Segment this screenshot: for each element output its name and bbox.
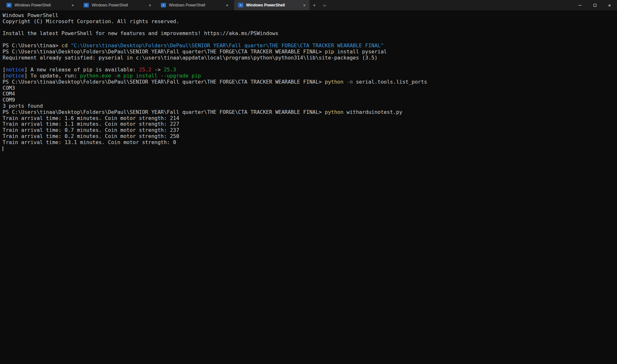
terminal-line [3,25,614,31]
tab-windows-powershell[interactable]: > Windows PowerShell × [80,0,155,10]
terminal-line [3,61,614,67]
new-tab-button[interactable]: + [309,0,319,10]
powershell-icon: > [238,3,243,7]
powershell-icon: > [161,3,166,7]
tab-windows-powershell[interactable]: > Windows PowerShell × [234,0,309,10]
terminal-line: Train arrival time: 1.6 minutes. Coin mo… [3,115,614,122]
tab-title: Windows PowerShell [92,3,144,7]
title-bar: > Windows PowerShell × > Windows PowerSh… [0,0,617,10]
minimize-button[interactable] [573,0,587,10]
tab-title: Windows PowerShell [14,3,67,7]
terminal-line: COM9 [3,97,614,103]
close-icon: × [608,3,611,8]
terminal-line: 3 ports found [3,103,614,109]
terminal-line: Train arrival time: 13.1 minutes. Coin m… [3,140,614,146]
close-window-button[interactable]: × [602,0,617,10]
tab-dropdown-button[interactable] [319,0,329,10]
terminal-line: PS C:\Users\tinaa\Desktop\Folders\DePaul… [3,109,614,115]
tab-close-icon[interactable]: × [301,2,308,8]
terminal-line: Train arrival time: 1.1 minutes. Coin mo… [3,121,614,127]
terminal-cursor-line [3,146,614,152]
terminal-line: COM4 [3,91,614,97]
tab-strip: > Windows PowerShell × > Windows PowerSh… [0,0,309,10]
terminal-line: Install the latest PowerShell for new fe… [3,31,614,37]
tab-title: Windows PowerShell [246,3,298,7]
tab-windows-powershell[interactable]: > Windows PowerShell × [3,0,78,10]
titlebar-drag-region [329,0,573,10]
powershell-icon: > [6,3,12,7]
tab-close-icon[interactable]: × [224,2,230,8]
tab-close-icon[interactable]: × [69,2,76,8]
terminal-line: COM3 [3,85,614,91]
terminal-cursor [3,146,3,151]
chevron-down-icon [323,3,326,6]
terminal-line: Train arrival time: 0.2 minutes. Coin mo… [3,133,614,140]
terminal-line: [notice] A new release of pip is availab… [3,67,614,73]
terminal-line: Copyright (C) Microsoft Corporation. All… [3,19,614,25]
terminal-line: [notice] To update, run: python.exe -m p… [3,73,614,79]
powershell-icon: > [84,3,89,7]
terminal-output: Windows PowerShellCopyright (C) Microsof… [3,13,614,151]
tab-windows-powershell[interactable]: > Windows PowerShell × [157,0,232,10]
terminal-line: PS C:\Users\tinaa> cd "C:\Users\tinaa\De… [3,43,614,49]
plus-icon: + [313,3,316,8]
terminal-line: Requirement already satisfied: pyserial … [3,55,614,61]
terminal-line: Train arrival time: 0.7 minutes. Coin mo… [3,127,614,133]
maximize-icon [594,4,596,7]
tab-close-icon[interactable]: × [147,2,153,8]
tab-title: Windows PowerShell [169,3,221,7]
terminal-line: PS C:\Users\tinaa\Desktop\Folders\DePaul… [3,79,614,85]
window-controls: × [573,0,617,10]
minimize-icon [578,5,582,5]
terminal-line [3,37,614,43]
maximize-button[interactable] [587,0,602,10]
terminal[interactable]: Windows PowerShellCopyright (C) Microsof… [0,10,617,364]
terminal-line: Windows PowerShell [3,13,614,19]
terminal-line: PS C:\Users\tinaa\Desktop\Folders\DePaul… [3,49,614,55]
